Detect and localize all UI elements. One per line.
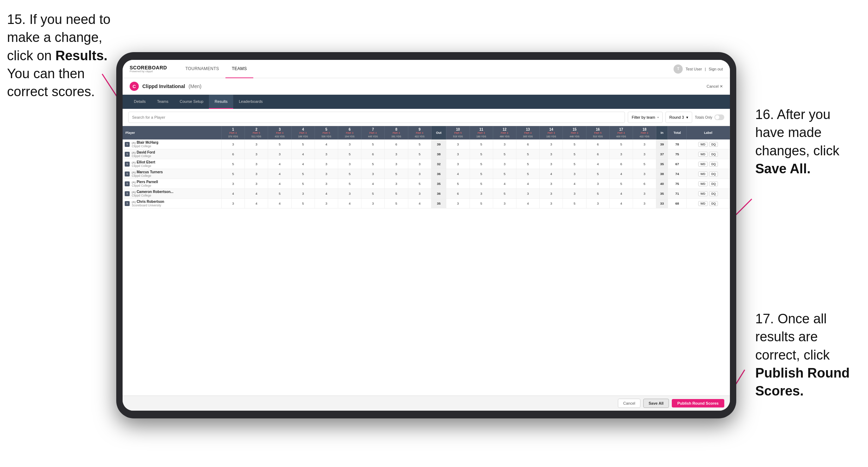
score-h14[interactable] bbox=[540, 149, 563, 159]
filter-dropdown[interactable]: Filter by team ▾ bbox=[628, 112, 663, 123]
score-h7[interactable] bbox=[361, 149, 385, 159]
score-input[interactable] bbox=[416, 172, 423, 176]
score-input[interactable] bbox=[393, 152, 400, 156]
score-input[interactable] bbox=[525, 172, 532, 176]
dq-button[interactable]: DQ bbox=[709, 152, 718, 157]
score-input[interactable] bbox=[323, 192, 330, 195]
score-input[interactable] bbox=[548, 142, 555, 146]
score-h4[interactable] bbox=[291, 149, 315, 159]
score-h5[interactable] bbox=[315, 139, 338, 149]
score-input[interactable] bbox=[525, 192, 532, 195]
score-h3[interactable] bbox=[268, 149, 291, 159]
score-input[interactable] bbox=[548, 152, 555, 156]
score-input[interactable] bbox=[618, 162, 625, 166]
score-h8[interactable] bbox=[385, 189, 408, 199]
score-input[interactable] bbox=[253, 142, 260, 146]
score-h14[interactable] bbox=[540, 179, 563, 189]
score-input[interactable] bbox=[548, 201, 555, 205]
score-input[interactable] bbox=[641, 152, 648, 156]
score-h17[interactable] bbox=[609, 139, 633, 149]
score-h1[interactable] bbox=[222, 139, 245, 149]
score-input[interactable] bbox=[346, 172, 353, 176]
score-input[interactable] bbox=[253, 162, 260, 166]
score-h11[interactable] bbox=[470, 149, 493, 159]
score-h10[interactable] bbox=[446, 139, 470, 149]
save-all-button[interactable]: Save All bbox=[643, 399, 669, 408]
score-input[interactable] bbox=[253, 152, 260, 156]
score-h10[interactable] bbox=[446, 159, 470, 169]
score-h18[interactable] bbox=[633, 149, 656, 159]
score-h9[interactable] bbox=[408, 189, 431, 199]
score-input[interactable] bbox=[346, 192, 353, 195]
score-h18[interactable] bbox=[633, 179, 656, 189]
score-input[interactable] bbox=[454, 152, 461, 156]
score-input[interactable] bbox=[230, 172, 237, 176]
score-input[interactable] bbox=[370, 201, 377, 205]
score-h9[interactable] bbox=[408, 149, 431, 159]
score-h18[interactable] bbox=[633, 189, 656, 199]
score-h2[interactable] bbox=[245, 149, 268, 159]
score-input[interactable] bbox=[393, 201, 400, 205]
score-input[interactable] bbox=[478, 162, 485, 166]
score-input[interactable] bbox=[299, 162, 306, 166]
score-input[interactable] bbox=[641, 142, 648, 146]
score-input[interactable] bbox=[594, 142, 601, 146]
wd-button[interactable]: WD bbox=[698, 162, 707, 167]
score-input[interactable] bbox=[323, 172, 330, 176]
score-h15[interactable] bbox=[563, 199, 586, 208]
score-input[interactable] bbox=[416, 142, 423, 146]
score-h17[interactable] bbox=[609, 169, 633, 179]
score-h7[interactable] bbox=[361, 139, 385, 149]
score-input[interactable] bbox=[370, 182, 377, 186]
score-h2[interactable] bbox=[245, 189, 268, 199]
score-h5[interactable] bbox=[315, 159, 338, 169]
score-input[interactable] bbox=[299, 152, 306, 156]
score-input[interactable] bbox=[594, 192, 601, 195]
score-h2[interactable] bbox=[245, 139, 268, 149]
score-input[interactable] bbox=[571, 162, 578, 166]
score-h15[interactable] bbox=[563, 179, 586, 189]
score-h11[interactable] bbox=[470, 169, 493, 179]
score-h5[interactable] bbox=[315, 179, 338, 189]
score-input[interactable] bbox=[393, 172, 400, 176]
score-input[interactable] bbox=[323, 142, 330, 146]
score-h6[interactable] bbox=[338, 179, 361, 189]
score-h13[interactable] bbox=[516, 139, 539, 149]
totals-switch[interactable] bbox=[714, 114, 724, 120]
score-input[interactable] bbox=[501, 172, 508, 176]
score-h5[interactable] bbox=[315, 189, 338, 199]
score-input[interactable] bbox=[346, 182, 353, 186]
score-input[interactable] bbox=[454, 201, 461, 205]
wd-button[interactable]: WD bbox=[698, 181, 707, 186]
dq-button[interactable]: DQ bbox=[709, 142, 718, 147]
score-input[interactable] bbox=[618, 142, 625, 146]
wd-button[interactable]: WD bbox=[698, 201, 707, 206]
score-h6[interactable] bbox=[338, 139, 361, 149]
score-h10[interactable] bbox=[446, 149, 470, 159]
score-h6[interactable] bbox=[338, 189, 361, 199]
score-h7[interactable] bbox=[361, 169, 385, 179]
score-h4[interactable] bbox=[291, 169, 315, 179]
score-input[interactable] bbox=[276, 201, 283, 205]
score-input[interactable] bbox=[323, 152, 330, 156]
score-h13[interactable] bbox=[516, 149, 539, 159]
score-input[interactable] bbox=[641, 162, 648, 166]
score-input[interactable] bbox=[346, 201, 353, 205]
score-input[interactable] bbox=[253, 192, 260, 195]
score-h11[interactable] bbox=[470, 199, 493, 208]
score-input[interactable] bbox=[548, 162, 555, 166]
score-h7[interactable] bbox=[361, 179, 385, 189]
score-input[interactable] bbox=[276, 162, 283, 166]
score-h3[interactable] bbox=[268, 169, 291, 179]
score-h4[interactable] bbox=[291, 179, 315, 189]
score-h3[interactable] bbox=[268, 189, 291, 199]
score-h1[interactable] bbox=[222, 149, 245, 159]
round-dropdown[interactable]: Round 3 ▾ bbox=[665, 112, 692, 123]
score-input[interactable] bbox=[594, 162, 601, 166]
score-h9[interactable] bbox=[408, 169, 431, 179]
score-h15[interactable] bbox=[563, 169, 586, 179]
score-h1[interactable] bbox=[222, 189, 245, 199]
score-input[interactable] bbox=[370, 192, 377, 195]
score-h18[interactable] bbox=[633, 169, 656, 179]
score-input[interactable] bbox=[641, 182, 648, 186]
